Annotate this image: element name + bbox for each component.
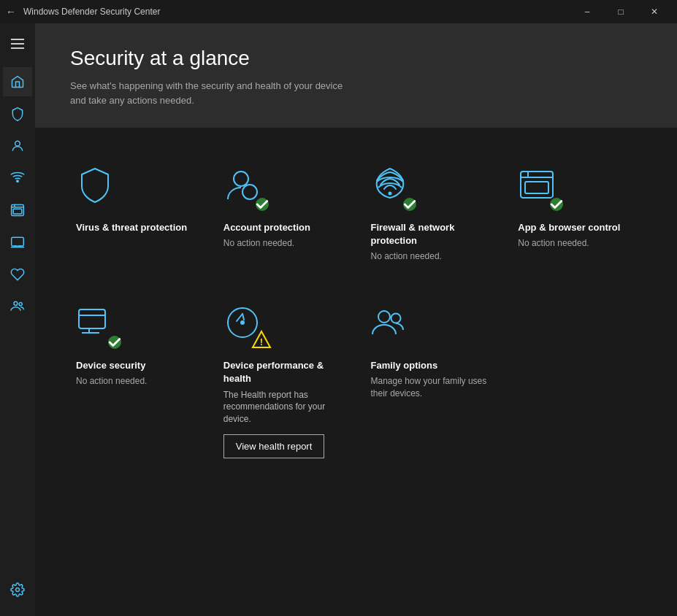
sidebar-bottom: [3, 575, 32, 610]
svg-point-10: [388, 192, 391, 196]
card-icon-performance: !: [223, 304, 270, 350]
card-icon-family: [371, 304, 418, 350]
family-icon: [10, 299, 25, 314]
card-virus[interactable]: Virus & threat protection: [70, 157, 200, 272]
sidebar-item-browser[interactable]: [3, 196, 32, 225]
card-icon-virus: [76, 166, 123, 212]
cards-row-1: Virus & threat protection: [70, 157, 642, 272]
card-title-browser: App & browser control: [518, 221, 636, 234]
family-options-icon: [371, 304, 409, 342]
svg-point-7: [16, 588, 20, 592]
card-title-account: Account protection: [223, 221, 342, 234]
card-title-virus: Virus & threat protection: [76, 221, 194, 234]
account-status-badge: [254, 196, 270, 212]
card-firewall[interactable]: Firewall & network protection No action …: [365, 157, 495, 272]
card-status-firewall: No action needed.: [371, 250, 489, 263]
shield-virus-icon: [76, 166, 114, 204]
sidebar-item-home[interactable]: [3, 67, 32, 96]
card-title-family: Family options: [371, 359, 489, 372]
device-status-badge: [107, 334, 123, 350]
cards-section: Virus & threat protection: [35, 128, 677, 496]
sidebar-item-network[interactable]: [3, 163, 32, 193]
close-button[interactable]: ✕: [638, 0, 671, 23]
cards-row-2: Device security No action needed.: [70, 295, 642, 467]
card-title-device-security: Device security: [76, 359, 194, 372]
card-account[interactable]: Account protection No action needed.: [218, 157, 348, 272]
minimize-button[interactable]: –: [570, 0, 604, 23]
sidebar-item-family[interactable]: [3, 292, 32, 321]
page-title: Security at a glance: [70, 47, 642, 70]
card-icon-device-security: [76, 304, 123, 350]
page-subtitle: See what's happening with the security a…: [70, 79, 348, 107]
card-icon-browser: [518, 166, 565, 212]
sidebar-item-protection[interactable]: [3, 99, 32, 128]
card-status-browser: No action needed.: [518, 237, 636, 250]
firewall-status-badge: [402, 196, 418, 212]
browser-icon: [10, 203, 25, 217]
view-health-report-button[interactable]: View health report: [223, 434, 325, 458]
svg-point-9: [242, 185, 257, 199]
shield-icon: [10, 107, 25, 121]
sidebar-item-account[interactable]: [3, 131, 32, 161]
card-icon-firewall: [371, 166, 418, 212]
settings-icon: [10, 582, 25, 597]
title-bar: ← Windows Defender Security Center – □ ✕: [0, 0, 677, 23]
card-browser[interactable]: App & browser control No action needed.: [512, 157, 642, 272]
header-section: Security at a glance See what's happenin…: [35, 23, 677, 128]
performance-warning-badge: !: [251, 330, 272, 352]
check-icon: [108, 335, 121, 350]
card-status-performance: The Health report has recommendations fo…: [223, 389, 342, 426]
svg-point-1: [17, 180, 19, 182]
svg-point-18: [391, 314, 400, 323]
svg-rect-3: [13, 209, 22, 214]
card-status-account: No action needed.: [223, 237, 342, 250]
sidebar: [0, 23, 35, 616]
svg-text:!: !: [260, 336, 263, 347]
svg-point-14: [240, 320, 245, 325]
card-title-performance: Device performance & health: [223, 359, 342, 385]
card-performance[interactable]: ! Device performance & health The Health…: [218, 295, 348, 467]
svg-rect-4: [12, 237, 24, 246]
svg-rect-13: [79, 309, 105, 328]
sidebar-item-health[interactable]: [3, 260, 32, 289]
laptop-icon: [10, 235, 25, 250]
card-title-firewall: Firewall & network protection: [371, 221, 489, 247]
content-area: Security at a glance See what's happenin…: [35, 23, 677, 616]
svg-rect-12: [525, 182, 548, 193]
svg-point-6: [19, 303, 22, 306]
svg-point-5: [14, 301, 18, 305]
home-icon: [10, 74, 25, 89]
browser-status-badge: [548, 196, 565, 212]
svg-point-17: [378, 311, 390, 323]
app-container: Security at a glance See what's happenin…: [0, 23, 677, 616]
card-device-security[interactable]: Device security No action needed.: [70, 295, 200, 467]
network-icon: [10, 171, 25, 185]
maximize-button[interactable]: □: [604, 0, 638, 23]
sidebar-item-device[interactable]: [3, 228, 32, 257]
account-icon: [10, 139, 25, 153]
card-family[interactable]: Family options Manage how your family us…: [365, 295, 495, 467]
check-icon: [550, 197, 563, 212]
title-bar-controls: – □ ✕: [570, 0, 671, 23]
check-icon: [403, 197, 416, 212]
card-icon-account: [223, 166, 270, 212]
heart-icon: [10, 267, 25, 282]
check-icon: [256, 197, 269, 212]
title-bar-back-button[interactable]: ←: [6, 6, 16, 18]
warning-triangle-icon: !: [251, 330, 272, 349]
sidebar-item-settings[interactable]: [3, 575, 32, 604]
sidebar-top: [3, 29, 32, 575]
card-status-device-security: No action needed.: [76, 375, 194, 388]
hamburger-menu[interactable]: [3, 29, 32, 58]
card-status-family: Manage how your family uses their device…: [371, 375, 489, 400]
svg-point-0: [15, 141, 20, 146]
title-bar-title: Windows Defender Security Center: [23, 7, 570, 17]
svg-point-8: [234, 172, 248, 186]
